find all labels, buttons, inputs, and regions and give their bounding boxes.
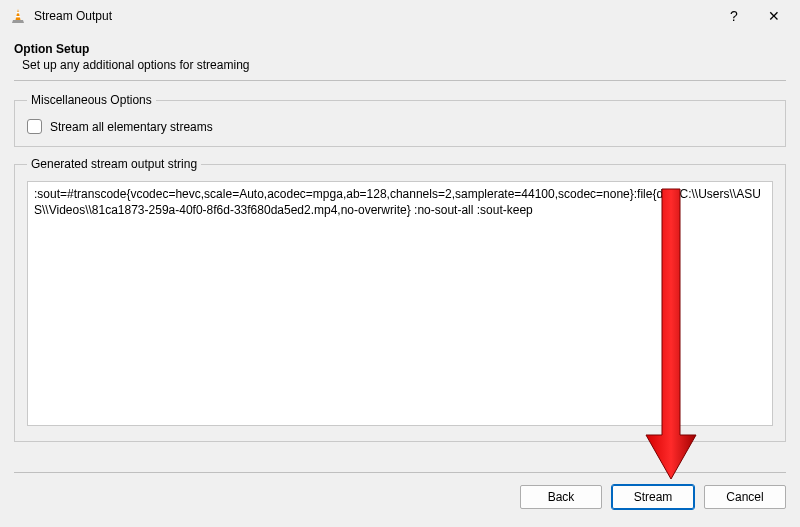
divider	[14, 80, 786, 81]
cancel-button[interactable]: Cancel	[704, 485, 786, 509]
section-title: Option Setup	[14, 42, 786, 56]
dialog-body: Option Setup Set up any additional optio…	[0, 32, 800, 442]
footer-divider	[14, 472, 786, 473]
misc-options-legend: Miscellaneous Options	[27, 93, 156, 107]
svg-rect-2	[16, 16, 21, 17]
stream-all-checkbox-row[interactable]: Stream all elementary streams	[27, 119, 773, 134]
window-title: Stream Output	[34, 9, 714, 23]
back-button[interactable]: Back	[520, 485, 602, 509]
stream-all-label: Stream all elementary streams	[50, 120, 213, 134]
vlc-cone-icon	[10, 8, 26, 24]
svg-marker-0	[16, 9, 21, 20]
stream-button[interactable]: Stream	[612, 485, 694, 509]
checkbox-icon	[27, 119, 42, 134]
dialog-footer: Back Stream Cancel	[0, 464, 800, 527]
output-string-textarea[interactable]	[27, 181, 773, 426]
button-row: Back Stream Cancel	[14, 485, 786, 509]
titlebar: Stream Output ? ✕	[0, 0, 800, 32]
svg-rect-1	[16, 12, 19, 13]
svg-marker-3	[12, 20, 24, 23]
output-string-legend: Generated stream output string	[27, 157, 201, 171]
section-description: Set up any additional options for stream…	[22, 58, 786, 72]
close-icon: ✕	[768, 8, 780, 24]
help-icon: ?	[730, 8, 738, 24]
misc-options-group: Miscellaneous Options Stream all element…	[14, 93, 786, 147]
output-string-group: Generated stream output string	[14, 157, 786, 442]
help-button[interactable]: ?	[714, 2, 754, 30]
close-button[interactable]: ✕	[754, 2, 794, 30]
